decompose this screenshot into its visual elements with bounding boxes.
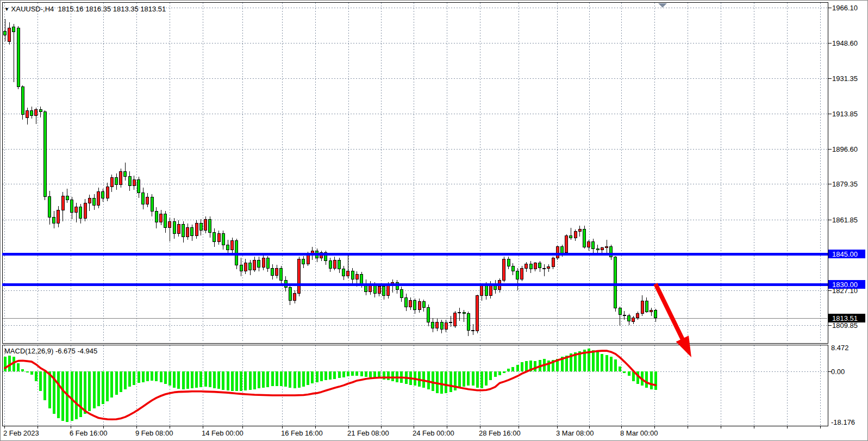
bull-candle-body <box>244 263 247 271</box>
macd-histogram-bar <box>244 371 247 390</box>
bear-candle-body <box>222 233 224 245</box>
bull-candle-body <box>547 266 550 269</box>
macd-histogram-bar <box>445 371 447 393</box>
macd-histogram-bar <box>458 371 461 388</box>
macd-histogram-bar <box>391 371 394 381</box>
bull-candle-body <box>298 259 301 294</box>
bull-candle-body <box>106 187 109 198</box>
bear-candle-body <box>79 207 82 219</box>
macd-histogram-bar <box>213 371 216 388</box>
macd-histogram-bar <box>320 371 323 381</box>
bull-candle-body <box>418 302 421 310</box>
bear-candle-body <box>124 171 127 176</box>
bull-candle-body <box>177 225 180 234</box>
bear-candle-body <box>199 223 202 231</box>
indicator-label: MACD(12,26,9) -6.675 -4.945 <box>4 347 97 355</box>
macd-histogram-bar <box>276 371 278 386</box>
macd-histogram-bar <box>645 371 648 388</box>
bull-candle-body <box>35 109 38 115</box>
macd-histogram-bar <box>227 371 229 390</box>
bear-candle-body <box>360 274 363 283</box>
macd-histogram-bar <box>249 371 252 390</box>
bear-candle-body <box>472 330 474 331</box>
macd-histogram-bar <box>102 371 104 404</box>
bull-candle-body <box>534 263 536 269</box>
bull-candle-body <box>8 28 11 41</box>
macd-histogram-bar <box>88 371 91 411</box>
time-axis-label: 24 Feb 00:00 <box>413 429 454 437</box>
macd-histogram-bar <box>498 371 501 375</box>
bear-candle-body <box>516 271 519 279</box>
bull-candle-body <box>110 178 113 187</box>
macd-histogram-bar <box>204 371 207 387</box>
time-axis-label: 21 Feb 08:00 <box>347 429 389 437</box>
macd-histogram-bar <box>110 371 113 397</box>
bear-candle-body <box>240 265 242 271</box>
bull-candle-body <box>168 221 171 227</box>
price-axis-label: 1966.10 <box>832 4 858 12</box>
macd-histogram-bar <box>138 371 140 383</box>
horizontal-line-object[interactable] <box>2 253 828 256</box>
bear-candle-body <box>511 266 514 271</box>
bull-candle-body <box>75 207 78 212</box>
bear-candle-body <box>115 178 118 185</box>
bull-candle-body <box>26 110 29 117</box>
macd-histogram-bar <box>253 371 256 389</box>
bear-candle-body <box>596 249 599 250</box>
bear-candle-body <box>427 308 430 322</box>
horizontal-line-object[interactable] <box>2 283 828 286</box>
bull-candle-body <box>578 229 581 232</box>
bear-candle-body <box>235 241 238 265</box>
time-axis-label: 2 Feb 2023 <box>3 429 39 437</box>
bull-candle-body <box>636 313 639 318</box>
bull-candle-body <box>294 294 296 301</box>
bull-candle-body <box>387 285 390 296</box>
macd-histogram-bar <box>294 371 296 388</box>
macd-histogram-bar <box>8 356 11 371</box>
bull-candle-body <box>574 232 577 238</box>
macd-histogram-bar <box>222 371 224 390</box>
time-axis-label: 3 Mar 08:00 <box>556 429 594 437</box>
bull-candle-body <box>262 258 265 267</box>
bull-candle-body <box>160 214 163 222</box>
bull-candle-body <box>97 192 100 205</box>
macd-histogram-bar <box>472 371 474 386</box>
bull-candle-body <box>521 268 523 279</box>
macd-histogram-bar <box>480 371 483 388</box>
bear-candle-body <box>209 219 211 232</box>
macd-histogram-bar <box>75 371 78 419</box>
macd-histogram-bar <box>79 371 82 417</box>
macd-histogram-bar <box>271 371 274 386</box>
bull-candle-body <box>552 258 554 266</box>
current-price-tag-label: 1813.51 <box>832 314 858 322</box>
macd-histogram-bar <box>30 371 33 375</box>
time-axis-label: 8 Mar 00:00 <box>620 429 658 437</box>
bull-candle-body <box>57 210 60 223</box>
chart-canvas[interactable]: 1845.001830.001966.101948.601931.351913.… <box>1 1 868 441</box>
bull-candle-body <box>347 271 349 276</box>
bull-candle-body <box>133 179 135 185</box>
macd-histogram-bar <box>610 357 613 371</box>
macd-histogram-bar <box>231 371 234 391</box>
macd-histogram-bar <box>369 371 372 377</box>
macd-histogram-bar <box>128 371 131 387</box>
macd-histogram-bar <box>71 371 73 421</box>
bear-candle-body <box>614 257 617 308</box>
price-axis-label: 1809.85 <box>832 321 858 330</box>
bear-candle-body <box>467 313 470 330</box>
macd-histogram-bar <box>449 371 452 392</box>
time-axis-label: 6 Feb 16:00 <box>70 429 107 437</box>
macd-histogram-bar <box>614 359 617 371</box>
collapse-icon[interactable]: ▼ <box>4 7 9 12</box>
time-axis-label: 16 Feb 16:00 <box>281 429 323 437</box>
macd-histogram-bar <box>347 371 349 376</box>
bull-candle-body <box>195 223 198 235</box>
bear-candle-body <box>342 269 345 276</box>
time-axis-label: 28 Feb 16:00 <box>479 429 521 437</box>
bull-candle-body <box>217 233 220 241</box>
macd-histogram-bar <box>351 371 354 376</box>
macd-histogram-bar <box>4 357 7 371</box>
bear-candle-body <box>338 260 341 269</box>
macd-histogram-bar <box>511 367 514 371</box>
bear-candle-body <box>280 268 283 280</box>
